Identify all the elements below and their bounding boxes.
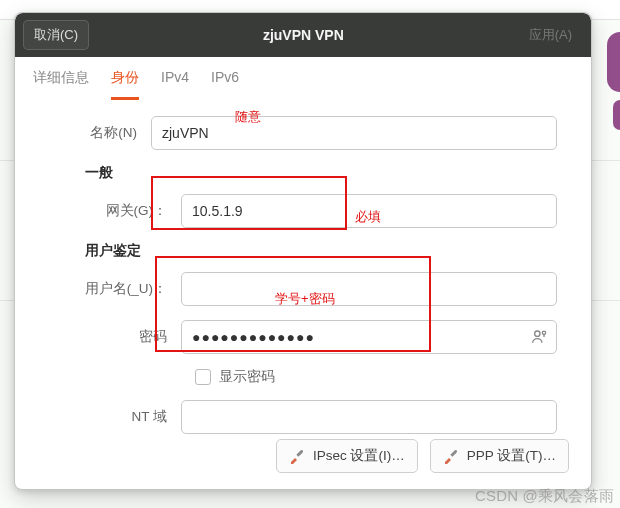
ppp-settings-button[interactable]: PPP 设置(T)… [430,439,569,473]
username-input[interactable] [181,272,557,306]
svg-point-0 [535,331,540,336]
password-options-icon[interactable] [529,327,549,347]
ipsec-settings-button[interactable]: IPsec 设置(I)… [276,439,418,473]
tools-icon [443,448,459,464]
ipsec-settings-label: IPsec 设置(I)… [313,447,405,465]
ntdomain-label: NT 域 [49,408,181,426]
ntdomain-input[interactable] [181,400,557,434]
tab-ipv4[interactable]: IPv4 [161,69,189,100]
apply-button[interactable]: 应用(A) [518,20,583,50]
tab-details[interactable]: 详细信息 [33,69,89,100]
gateway-input[interactable] [181,194,557,228]
tab-ipv6[interactable]: IPv6 [211,69,239,100]
tab-identity[interactable]: 身份 [111,69,139,100]
name-label: 名称(N) [49,124,151,142]
gateway-label: 网关(G)： [49,202,181,220]
dialog-title: zjuVPN VPN [263,27,344,43]
show-password-checkbox[interactable] [195,369,211,385]
username-label: 用户名(_U)： [49,280,181,298]
tab-bar: 详细信息 身份 IPv4 IPv6 [15,57,591,100]
svg-point-1 [542,331,545,334]
ppp-settings-label: PPP 设置(T)… [467,447,556,465]
section-general: 一般 [85,164,557,182]
watermark: CSDN @乘风会落雨 [475,487,614,506]
password-label: 密码 [49,328,181,346]
password-input[interactable] [181,320,557,354]
tools-icon [289,448,305,464]
cancel-button[interactable]: 取消(C) [23,20,89,50]
show-password-label: 显示密码 [219,368,275,386]
dialog-header: 取消(C) zjuVPN VPN 应用(A) [15,13,591,57]
name-input[interactable] [151,116,557,150]
section-auth: 用户鉴定 [85,242,557,260]
vpn-settings-dialog: 取消(C) zjuVPN VPN 应用(A) 详细信息 身份 IPv4 IPv6… [14,12,592,490]
